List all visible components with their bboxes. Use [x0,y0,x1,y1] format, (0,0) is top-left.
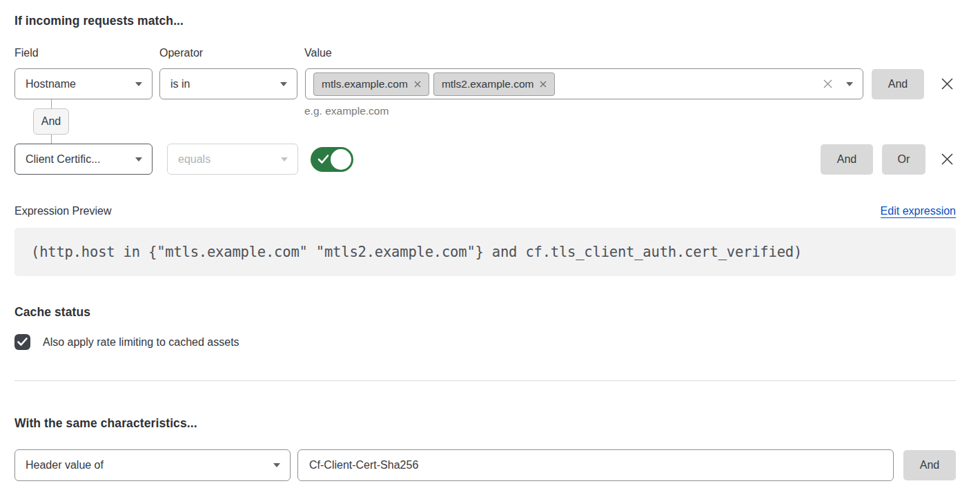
field-select-1[interactable]: Hostname [14,68,153,99]
operator-select-2: equals [167,144,298,175]
characteristics-section: With the same characteristics... Header … [14,416,956,481]
rule-builder-page: If incoming requests match... Field Oper… [0,0,980,481]
field-select-1-value: Hostname [26,78,128,90]
expression-header: Expression Preview Edit expression [14,205,956,218]
operator-select-1-value: is in [170,78,273,90]
connector-column: And [33,99,69,144]
cache-status-title: Cache status [14,305,956,320]
chevron-down-icon[interactable] [846,82,853,86]
expression-code: (http.host in {"mtls.example.com" "mtls2… [31,244,802,260]
chevron-down-icon [281,157,288,162]
cached-assets-checkbox-label[interactable]: Also apply rate limiting to cached asset… [43,336,239,349]
operator-select-2-placeholder: equals [178,153,274,166]
add-and-condition-button[interactable]: And [872,69,924,99]
clear-values-icon[interactable] [823,79,833,89]
field-label: Field [14,47,159,59]
value-tag-text: mtls.example.com [322,78,408,90]
chevron-down-icon [280,82,287,86]
delete-condition-icon[interactable] [938,150,956,168]
checkbox-check-icon [17,338,28,347]
column-labels: Field Operator Value [14,47,956,59]
logic-connector-button[interactable]: And [33,108,69,135]
add-characteristic-button[interactable]: And [903,450,956,480]
operator-label: Operator [159,47,304,59]
condition-row-2: Client Certific... equals And Or [14,144,956,175]
chevron-down-icon [273,463,280,467]
connector-zone: And e.g. example.com [14,99,956,144]
delete-condition-icon[interactable] [938,75,956,93]
toggle-check-icon [317,154,329,166]
tag-remove-icon[interactable] [414,81,421,88]
match-section-title: If incoming requests match... [14,14,956,28]
characteristics-title: With the same characteristics... [14,416,956,431]
add-and-condition-button[interactable]: And [821,144,873,175]
condition-row-1: Hostname is in mtls.example.com mtls2.ex… [14,68,956,99]
section-divider [14,380,956,381]
connector-line [51,135,52,144]
cache-checkbox-row: Also apply rate limiting to cached asset… [14,334,956,350]
characteristic-select-value: Header value of [26,459,266,471]
expression-code-block: (http.host in {"mtls.example.com" "mtls2… [14,228,956,276]
header-name-input[interactable] [297,449,894,481]
edit-expression-link[interactable]: Edit expression [881,205,956,218]
value-tag: mtls2.example.com [433,72,556,96]
characteristic-select[interactable]: Header value of [14,449,291,481]
tag-remove-icon[interactable] [540,81,547,88]
field-select-2[interactable]: Client Certific... [14,144,153,175]
characteristic-row: Header value of And [14,449,956,481]
cert-verified-toggle[interactable] [311,147,353,172]
connector-line [51,99,52,108]
operator-select-1[interactable]: is in [159,68,297,99]
cached-assets-checkbox[interactable] [14,334,30,350]
add-or-condition-button[interactable]: Or [882,144,925,175]
value-helper-text: e.g. example.com [304,105,389,117]
chevron-down-icon [135,157,142,162]
toggle-knob [331,149,351,170]
value-tag-text: mtls2.example.com [442,78,534,90]
field-select-2-value: Client Certific... [26,153,128,166]
chevron-down-icon [135,82,142,86]
expression-preview-label: Expression Preview [14,205,112,217]
value-label: Value [304,47,332,59]
value-tag: mtls.example.com [313,72,429,96]
value-multiselect[interactable]: mtls.example.com mtls2.example.com [305,68,863,99]
